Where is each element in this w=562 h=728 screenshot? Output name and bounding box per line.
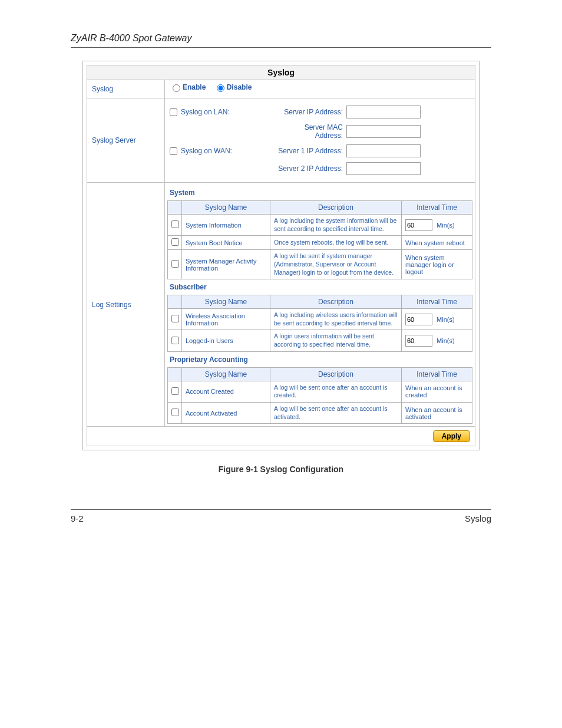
enable-label: Enable [183, 83, 206, 91]
log-name-cell: System Boot Notice [182, 236, 270, 250]
table-row: System Boot Notice Once system reboots, … [168, 236, 472, 250]
system-section-title: System [167, 185, 472, 200]
subscriber-log-table: Syslog Name Description Interval Time Wi… [167, 295, 472, 352]
log-name-cell: System Manager Activity Information [182, 250, 270, 279]
server-mac-field[interactable] [346, 125, 421, 138]
server2-ip-label: Server 2 IP Address: [276, 164, 346, 173]
page-number: 9-2 [71, 513, 84, 523]
log-name-cell: Account Activated [182, 403, 270, 424]
log-desc-cell: Once system reboots, the log will be sen… [270, 236, 402, 250]
table-row: Account Activated A log will be sent onc… [168, 403, 472, 424]
min-unit: Min(s) [437, 222, 455, 229]
server1-ip-label: Server 1 IP Address: [276, 147, 346, 155]
syslog-server-row-label: Syslog Server [87, 98, 165, 183]
table-row: System Information A log including the s… [168, 215, 472, 236]
th-desc: Description [270, 201, 402, 215]
server-mac-label: Server MAC Address: [276, 123, 346, 140]
log-desc-cell: A log including the system information w… [270, 215, 402, 236]
log-name-cell: Account Created [182, 381, 270, 402]
th-name: Syslog Name [182, 367, 270, 381]
system-boot-checkbox[interactable] [171, 238, 179, 246]
syslog-wan-label: Syslog on WAN: [181, 147, 232, 155]
log-desc-cell: A login users information will be sent a… [270, 330, 402, 351]
account-created-checkbox[interactable] [171, 387, 179, 395]
th-name: Syslog Name [182, 295, 270, 309]
syslog-disable-radio[interactable] [217, 84, 224, 92]
log-desc-cell: A log will be sent once after an account… [270, 403, 402, 424]
wireless-assoc-checkbox[interactable] [171, 315, 179, 322]
log-settings-row-label: Log Settings [87, 183, 165, 427]
th-interval: Interval Time [402, 295, 472, 309]
log-desc-cell: A log will be sent once after an account… [270, 381, 402, 402]
table-row: Account Created A log will be sent once … [168, 381, 472, 402]
th-desc: Description [270, 367, 402, 381]
th-name: Syslog Name [182, 201, 270, 215]
syslog-row-label: Syslog [87, 80, 165, 98]
log-desc-cell: A log will be sent if system manager (Ad… [270, 250, 402, 279]
log-interval-cell: When an account is activated [402, 403, 472, 424]
panel-title: Syslog [87, 65, 475, 80]
wireless-interval-input[interactable] [405, 314, 432, 325]
system-mgr-checkbox[interactable] [171, 260, 179, 268]
logged-in-interval-input[interactable] [405, 335, 432, 347]
document-footer: 9-2 Syslog [71, 509, 491, 523]
figure-caption: Figure 9-1 Syslog Configuration [71, 465, 491, 474]
syslog-wan-checkbox[interactable] [170, 147, 177, 155]
table-row: Logged-in Users A login users informatio… [168, 330, 472, 351]
th-interval: Interval Time [402, 367, 472, 381]
table-row: System Manager Activity Information A lo… [168, 250, 472, 279]
accounting-section-title: Proprietary Accounting [167, 352, 472, 367]
log-interval-cell: When system manager login or logout [402, 250, 472, 279]
server2-ip-field[interactable] [346, 162, 421, 175]
syslog-config-panel: Syslog Syslog Enable Disable Syslog Serv… [82, 61, 480, 450]
account-activated-checkbox[interactable] [171, 409, 179, 416]
log-interval-cell: When system reboot [402, 236, 472, 250]
system-log-table: Syslog Name Description Interval Time Sy… [167, 200, 472, 279]
server-ip-label: Server IP Address: [276, 108, 346, 116]
server1-ip-field[interactable] [346, 144, 421, 157]
min-unit: Min(s) [437, 337, 455, 344]
disable-label: Disable [227, 83, 252, 91]
syslog-lan-checkbox[interactable] [170, 108, 177, 116]
min-unit: Min(s) [437, 316, 455, 323]
table-row: Wireless Association Information A log i… [168, 309, 472, 330]
system-info-checkbox[interactable] [171, 220, 179, 228]
server-ip-field[interactable] [346, 106, 421, 118]
logged-in-checkbox[interactable] [171, 337, 179, 344]
log-name-cell: Wireless Association Information [182, 309, 270, 330]
document-header: ZyAIR B-4000 Spot Gateway [71, 33, 491, 48]
footer-right: Syslog [465, 513, 491, 523]
system-info-interval-input[interactable] [405, 219, 432, 231]
log-name-cell: System Information [182, 215, 270, 236]
log-interval-cell: When an account is created [402, 381, 472, 402]
th-desc: Description [270, 295, 402, 309]
syslog-enable-radio[interactable] [173, 84, 180, 92]
log-name-cell: Logged-in Users [182, 330, 270, 351]
th-interval: Interval Time [402, 201, 472, 215]
accounting-log-table: Syslog Name Description Interval Time Ac… [167, 367, 472, 424]
apply-button[interactable]: Apply [433, 430, 470, 442]
subscriber-section-title: Subscriber [167, 279, 472, 295]
log-desc-cell: A log including wireless users informati… [270, 309, 402, 330]
syslog-lan-label: Syslog on LAN: [181, 108, 230, 116]
